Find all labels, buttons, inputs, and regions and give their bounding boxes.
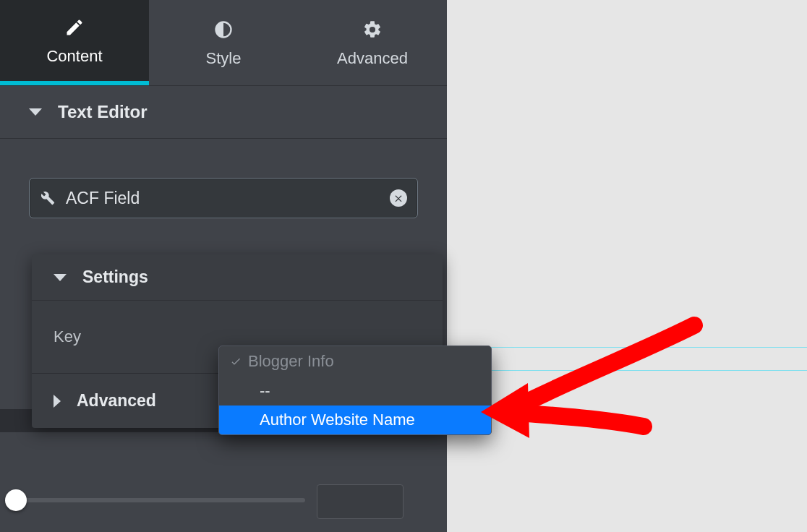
layout-guide [447, 347, 807, 348]
layout-guide [447, 370, 807, 371]
pencil-icon [62, 15, 87, 40]
tab-style[interactable]: Style [149, 0, 298, 85]
contrast-icon [211, 17, 236, 42]
key-dropdown: Blogger Info -- Author Website Name [218, 346, 492, 435]
slider-track [16, 498, 305, 502]
popup-advanced-label: Advanced [77, 391, 156, 411]
tab-label: Content [46, 47, 102, 66]
remove-dynamic-tag-button[interactable] [390, 189, 407, 207]
slider-number-input[interactable] [317, 484, 404, 519]
preview-canvas[interactable] [447, 0, 807, 532]
dropdown-group-label: Blogger Info [248, 352, 334, 371]
content-area: ACF Field [0, 139, 447, 218]
check-icon [229, 356, 242, 367]
gear-icon [360, 17, 385, 42]
dynamic-tag-label: ACF Field [66, 189, 390, 208]
tab-label: Advanced [337, 49, 408, 68]
dropdown-group-header: Blogger Info [219, 346, 491, 377]
key-label: Key [54, 327, 223, 346]
tab-label: Style [206, 49, 242, 68]
tab-content[interactable]: Content [0, 0, 149, 85]
popup-section-settings[interactable]: Settings [32, 254, 443, 301]
chevron-right-icon [54, 395, 61, 408]
tab-advanced[interactable]: Advanced [298, 0, 447, 85]
slider-thumb[interactable] [5, 489, 27, 511]
wrench-icon [40, 190, 56, 206]
slider-control[interactable] [16, 490, 305, 510]
editor-tabs: Content Style Advanced [0, 0, 447, 85]
popup-settings-label: Settings [82, 267, 148, 287]
chevron-down-icon [29, 108, 42, 116]
section-label: Text Editor [58, 102, 148, 122]
dynamic-tag-chip[interactable]: ACF Field [29, 178, 418, 218]
dropdown-option-none[interactable]: -- [219, 377, 491, 406]
dropdown-option-author-website-name[interactable]: Author Website Name [219, 406, 491, 434]
chevron-down-icon [54, 274, 67, 281]
section-text-editor[interactable]: Text Editor [0, 85, 447, 139]
